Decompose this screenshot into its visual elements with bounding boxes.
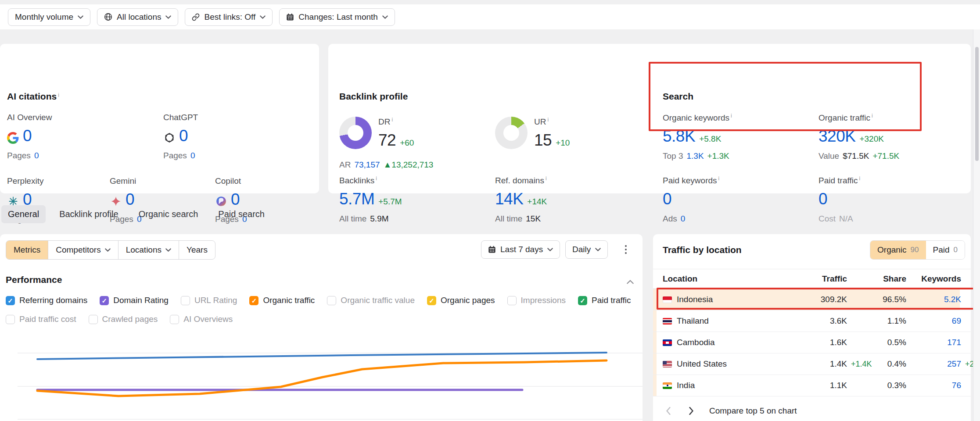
chevron-down-icon <box>595 248 601 251</box>
checkbox-paid-traffic-cost[interactable]: ✓Paid traffic cost <box>6 314 76 324</box>
checkbox-domain-rating[interactable]: ✓Domain Rating <box>100 296 169 305</box>
segment-locations[interactable]: Locations <box>118 241 179 259</box>
cambodia-flag-icon <box>663 339 672 346</box>
table-row-united-states[interactable]: United States 1.4K+1.4K 0.4% 257+255 <box>653 353 971 375</box>
checkbox-paid-traffic[interactable]: ✓Paid traffic <box>578 296 631 305</box>
ur-donut-chart <box>495 117 528 149</box>
check-icon: ✓ <box>101 297 107 304</box>
chatgpt-value[interactable]: 0 <box>179 127 188 145</box>
date-range-label: Last 7 days <box>500 245 543 254</box>
compare-top5-button[interactable]: Compare top 5 on chart <box>709 406 797 416</box>
link-icon <box>192 13 200 21</box>
top3-link[interactable]: 1.3K <box>686 151 704 161</box>
checkbox-crawled-pages[interactable]: ✓Crawled pages <box>89 314 158 324</box>
traffic-table-header: Location Traffic Share Keywords <box>653 269 971 289</box>
dr-value: 72 <box>378 131 396 150</box>
keywords-link[interactable]: 76 <box>952 381 961 390</box>
united-states-flag-icon <box>663 361 672 367</box>
share-bar <box>653 353 657 375</box>
paid-traffic-value[interactable]: 0 <box>818 190 827 208</box>
checkbox-organic-traffic-value[interactable]: ✓Organic traffic value <box>327 296 415 305</box>
chatgpt-cell: ChatGPT 0 Pages0 <box>163 113 266 161</box>
table-row-thailand[interactable]: Thailand 3.6K 1.1% 69 <box>653 310 971 332</box>
changes-dropdown[interactable]: Changes: Last month <box>279 8 395 26</box>
metric-checkbox-row-1: ✓Referring domains ✓Domain Rating ✓URL R… <box>6 296 631 305</box>
ai-overview-pages-link[interactable]: 0 <box>34 151 39 161</box>
organic-traffic-cell: Organic traffici 320K+320K Value$71.5K+7… <box>818 113 963 161</box>
backlink-search-card: Backlink profile DRi 72+60 AR 73,157 ▲13… <box>328 44 971 193</box>
segment-competitors[interactable]: Competitors <box>48 241 118 259</box>
ads-link[interactable]: 0 <box>681 214 686 224</box>
share-bar <box>653 375 657 396</box>
tab-general[interactable]: General <box>1 205 46 223</box>
best-links-dropdown[interactable]: Best links: Off <box>185 8 273 26</box>
chatgpt-icon <box>163 132 175 144</box>
tab-backlink-profile[interactable]: Backlink profile <box>53 205 125 223</box>
paid-keywords-value[interactable]: 0 <box>663 190 671 208</box>
organic-keywords-cell: Organic keywordsi 5.8K+5.8K Top 31.3K+1.… <box>663 113 808 161</box>
paid-keywords-cell: Paid keywordsi 0 Ads0 <box>663 175 766 224</box>
traffic-table-footer: Compare top 5 on chart <box>664 406 797 416</box>
ai-overview-value[interactable]: 0 <box>23 127 32 145</box>
tab-paid-search[interactable]: Paid search <box>212 205 271 223</box>
chevron-down-icon <box>547 248 553 251</box>
calendar-icon <box>286 13 294 21</box>
keywords-link[interactable]: 257 <box>947 359 961 368</box>
backlinks-value[interactable]: 5.7M <box>339 190 374 208</box>
traffic-by-location-title: Traffic by location <box>663 245 742 255</box>
more-options-button[interactable] <box>618 240 634 259</box>
chevron-up-icon <box>627 280 634 284</box>
checkbox-organic-traffic[interactable]: ✓Organic traffic <box>249 296 315 305</box>
locations-dropdown[interactable]: All locations <box>97 8 178 26</box>
tab-organic-search[interactable]: Organic search <box>132 205 205 223</box>
checkbox-impressions[interactable]: ✓Impressions <box>507 296 566 305</box>
toggle-organic[interactable]: Organic90 <box>870 241 926 259</box>
checkbox-referring-domains[interactable]: ✓Referring domains <box>6 296 87 305</box>
segment-years[interactable]: Years <box>179 241 215 259</box>
traffic-table: Location Traffic Share Keywords Indonesi… <box>653 269 971 396</box>
scrollbar-thumb[interactable] <box>975 47 979 161</box>
table-row-india[interactable]: India 1.1K 0.3% 76 <box>653 375 971 396</box>
check-icon: ✓ <box>251 297 257 304</box>
search-title: Search <box>663 91 693 102</box>
google-icon <box>7 132 19 144</box>
share-bar <box>653 332 657 353</box>
thailand-flag-icon <box>663 318 672 325</box>
share-bar <box>653 310 657 332</box>
keywords-link[interactable]: 69 <box>952 316 961 325</box>
prev-page-button[interactable] <box>664 406 673 416</box>
next-page-button[interactable] <box>686 406 696 416</box>
toggle-paid[interactable]: Paid0 <box>926 241 965 259</box>
table-row-indonesia[interactable]: Indonesia 309.2K 96.5% 5.2K <box>653 289 971 310</box>
monthly-volume-label: Monthly volume <box>15 12 73 22</box>
checkbox-organic-pages[interactable]: ✓Organic pages <box>427 296 495 305</box>
segment-metrics[interactable]: Metrics <box>6 241 48 259</box>
keywords-link[interactable]: 171 <box>947 338 961 347</box>
organic-keywords-value[interactable]: 5.8K <box>663 127 695 146</box>
ur-metric: URi 15+10 <box>534 117 570 150</box>
monthly-volume-dropdown[interactable]: Monthly volume <box>8 8 90 26</box>
organic-traffic-value[interactable]: 320K <box>818 127 855 146</box>
section-tabs: General Backlink profile Organic search … <box>1 205 271 223</box>
ur-delta: +10 <box>556 138 570 148</box>
chevron-down-icon <box>260 15 266 19</box>
table-row-cambodia[interactable]: Cambodia 1.6K 0.5% 171 <box>653 332 971 353</box>
changes-label: Changes: Last month <box>298 12 378 22</box>
ref-domains-cell: Ref. domainsi 14K+14K All time15K <box>495 175 598 224</box>
granularity-dropdown[interactable]: Daily <box>565 240 608 259</box>
checkbox-ai-overviews[interactable]: ✓AI Overviews <box>170 314 233 324</box>
collapse-section-button[interactable] <box>627 278 634 286</box>
chevron-down-icon <box>382 15 388 19</box>
ref-domains-value[interactable]: 14K <box>495 190 523 208</box>
scrollbar[interactable] <box>973 29 980 421</box>
ar-value-link[interactable]: 73,157 <box>354 160 380 170</box>
dr-donut-chart <box>339 117 372 149</box>
backlinks-cell: Backlinksi 5.7M+5.7M All time5.9M <box>339 175 442 224</box>
performance-panel: Metrics Competitors Locations Years Last… <box>0 234 643 421</box>
chatgpt-pages-link[interactable]: 0 <box>190 151 195 161</box>
calendar-icon <box>488 246 496 253</box>
checkbox-url-rating[interactable]: ✓URL Rating <box>181 296 237 305</box>
traffic-by-location-panel: Traffic by location Organic90 Paid0 Loca… <box>653 234 971 421</box>
date-range-dropdown[interactable]: Last 7 days <box>481 240 560 259</box>
keywords-link[interactable]: 5.2K <box>944 295 961 304</box>
